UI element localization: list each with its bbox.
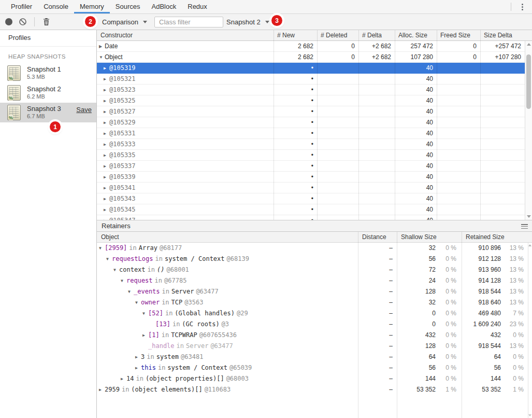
heap-row[interactable]: ▶@105333•40 bbox=[97, 139, 525, 150]
expander-expanded-icon[interactable]: ▼ bbox=[106, 254, 112, 264]
heap-row[interactable]: ▶Date2 6820+2 682257 4720+257 472 bbox=[97, 41, 525, 52]
retainer-row[interactable]: ▼ownerinTCP@3563–320 %918 64013 % bbox=[97, 297, 528, 308]
column-divider[interactable] bbox=[437, 30, 437, 220]
heap-row[interactable]: ▶@105341•40 bbox=[97, 183, 525, 193]
retainer-row[interactable]: ▼contextin()@68001–720 %913 96013 % bbox=[97, 264, 528, 275]
expander-collapsed-icon[interactable]: ▶ bbox=[104, 216, 109, 220]
expander-collapsed-icon[interactable]: ▶ bbox=[104, 129, 109, 139]
expander-collapsed-icon[interactable]: ▶ bbox=[99, 41, 105, 52]
retainer-row[interactable]: ▼_eventsinServer@63477–1280 %918 54413 % bbox=[97, 286, 528, 297]
expander-collapsed-icon[interactable]: ▶ bbox=[104, 74, 109, 85]
class-filter-input[interactable] bbox=[154, 17, 223, 27]
expander-collapsed-icon[interactable]: ▶ bbox=[104, 96, 109, 106]
heap-row[interactable]: ▶@105331•40 bbox=[97, 128, 525, 139]
expander-collapsed-icon[interactable]: ▶ bbox=[99, 385, 105, 395]
tab-memory[interactable]: Memory bbox=[74, 0, 110, 13]
base-snapshot-select[interactable]: Snapshot 2 bbox=[226, 14, 269, 30]
retainer-row[interactable]: ▼requestin@67785–240 %914 12813 % bbox=[97, 275, 528, 286]
expander-collapsed-icon[interactable]: ▶ bbox=[104, 172, 109, 183]
heap-row[interactable]: ▶@105339•40 bbox=[97, 172, 525, 183]
retainers-scrollbar[interactable] bbox=[528, 243, 532, 418]
expander-collapsed-icon[interactable]: ▶ bbox=[104, 161, 109, 172]
column-divider[interactable] bbox=[462, 232, 462, 418]
column-divider[interactable] bbox=[397, 232, 397, 418]
expander-collapsed-icon[interactable]: ▶ bbox=[135, 363, 141, 373]
heap-row[interactable]: ▶@105347•40 bbox=[97, 215, 525, 220]
scroll-down-icon[interactable] bbox=[528, 414, 531, 416]
column-divider[interactable] bbox=[395, 30, 395, 220]
expander-collapsed-icon[interactable]: ▶ bbox=[104, 85, 109, 95]
sidebar-item-snapshot-3[interactable]: % Snapshot 3 6.7 MB Save bbox=[0, 103, 96, 122]
expander-collapsed-icon[interactable]: ▶ bbox=[104, 150, 109, 161]
retainer-row[interactable]: ▼[2959]inArray@68177–320 %910 89613 % bbox=[97, 243, 528, 254]
heap-row[interactable]: ▶@105335•40 bbox=[97, 150, 525, 161]
expander-collapsed-icon[interactable]: ▶ bbox=[104, 140, 109, 150]
expander-expanded-icon[interactable]: ▼ bbox=[135, 298, 141, 308]
expander-collapsed-icon[interactable]: ▶ bbox=[104, 183, 109, 193]
retainer-row[interactable]: ▶14in(object properties)[]@68003–1440 %1… bbox=[97, 373, 528, 384]
hamburger-menu-icon[interactable] bbox=[521, 224, 528, 229]
heap-row[interactable]: ▶@105343•40 bbox=[97, 193, 525, 204]
expander-collapsed-icon[interactable]: ▶ bbox=[104, 118, 109, 128]
expander-expanded-icon[interactable]: ▼ bbox=[128, 287, 134, 297]
column-divider[interactable] bbox=[317, 30, 318, 220]
column-header-size-delta[interactable]: Size Delta bbox=[480, 30, 525, 41]
retainer-row[interactable]: ▶2959in(object elements)[]@110683–53 352… bbox=[97, 384, 528, 395]
heap-row[interactable]: ▶@105329•40 bbox=[97, 117, 525, 128]
column-header-retained-size[interactable]: Retained Size bbox=[462, 232, 528, 243]
column-header-object[interactable]: Object bbox=[97, 232, 358, 243]
column-header-deleted[interactable]: # Deleted bbox=[317, 30, 358, 41]
expander-collapsed-icon[interactable]: ▶ bbox=[121, 374, 126, 384]
perspective-select[interactable]: Comparison bbox=[102, 14, 147, 30]
retainer-row[interactable]: ▼requestLogsinsystem / Context@68139–560… bbox=[97, 254, 528, 264]
retainer-row[interactable]: ▶[1]inTCPWRAP@607655436–4320 %4320 % bbox=[97, 330, 528, 341]
clear-profiles-button[interactable] bbox=[17, 16, 28, 27]
expander-collapsed-icon[interactable]: ▶ bbox=[142, 330, 148, 341]
heap-row[interactable]: ▶@105323•40 bbox=[97, 85, 525, 95]
scroll-down-icon[interactable] bbox=[527, 215, 531, 218]
expander-expanded-icon[interactable]: ▼ bbox=[113, 265, 119, 275]
column-header-freed-size[interactable]: Freed Size bbox=[437, 30, 480, 41]
expander-collapsed-icon[interactable]: ▶ bbox=[104, 194, 109, 204]
heap-row[interactable]: ▶@105337•40 bbox=[97, 161, 525, 172]
tab-profiler[interactable]: Profiler bbox=[5, 0, 38, 13]
tab-adblock[interactable]: AdBlock bbox=[146, 0, 182, 13]
expander-expanded-icon[interactable]: ▼ bbox=[99, 243, 105, 254]
kebab-menu-icon[interactable] bbox=[517, 2, 527, 11]
tab-redux[interactable]: Redux bbox=[182, 0, 213, 13]
retainer-row[interactable]: ▼[52]in(Global handles)@29–00 %469 4807 … bbox=[97, 308, 528, 319]
expander-expanded-icon[interactable]: ▼ bbox=[142, 309, 148, 319]
save-link[interactable]: Save bbox=[76, 106, 92, 114]
expander-expanded-icon[interactable]: ▼ bbox=[121, 276, 126, 286]
expander-expanded-icon[interactable]: ▼ bbox=[99, 52, 105, 63]
column-header-shallow-size[interactable]: Shallow Size bbox=[397, 232, 462, 243]
heap-row[interactable]: ▶@105345•40 bbox=[97, 204, 525, 215]
scrollbar-thumb[interactable] bbox=[526, 54, 531, 109]
sidebar-item-snapshot-1[interactable]: % Snapshot 1 5.3 MB bbox=[0, 63, 96, 83]
heap-row[interactable]: ▶@105319•40 bbox=[97, 63, 525, 74]
column-header-alloc-size[interactable]: Alloc. Size bbox=[395, 30, 437, 41]
column-header-distance[interactable]: Distance bbox=[358, 232, 397, 243]
retainer-row[interactable]: ▶3insystem@63481–640 %640 % bbox=[97, 352, 528, 363]
heap-table-scrollbar[interactable] bbox=[525, 41, 532, 220]
tab-sources[interactable]: Sources bbox=[110, 0, 146, 13]
heap-row[interactable]: ▶@105327•40 bbox=[97, 106, 525, 117]
column-divider[interactable] bbox=[480, 30, 481, 220]
expander-collapsed-icon[interactable]: ▶ bbox=[135, 352, 141, 363]
retainer-row[interactable]: ▶thisinsystem / Context@65039–560 %560 % bbox=[97, 363, 528, 373]
retainer-row[interactable]: ▶[13]in(GC roots)@3–00 %1 609 24023 % bbox=[97, 319, 528, 330]
record-heap-button[interactable] bbox=[3, 16, 15, 27]
delete-snapshot-button[interactable] bbox=[40, 16, 52, 27]
heap-row[interactable]: ▼Object2 6820+2 682107 2800+107 280 bbox=[97, 52, 525, 63]
expander-collapsed-icon[interactable]: ▶ bbox=[104, 205, 109, 215]
column-divider[interactable] bbox=[274, 30, 274, 220]
column-divider[interactable] bbox=[358, 30, 359, 220]
scroll-up-icon[interactable] bbox=[528, 244, 531, 246]
heap-row[interactable]: ▶@105325•40 bbox=[97, 95, 525, 106]
sidebar-item-snapshot-2[interactable]: % Snapshot 2 6.2 MB bbox=[0, 83, 96, 103]
column-divider[interactable] bbox=[358, 232, 358, 418]
scroll-up-icon[interactable] bbox=[527, 43, 531, 46]
retainer-row[interactable]: ▶_handleinServer@63477–1280 %918 54413 % bbox=[97, 341, 528, 352]
heap-row[interactable]: ▶@105321•40 bbox=[97, 74, 525, 85]
expander-collapsed-icon[interactable]: ▶ bbox=[104, 107, 109, 117]
